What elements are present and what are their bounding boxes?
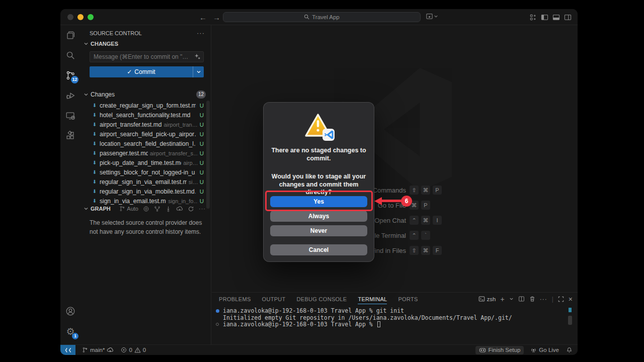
customize-layout-icon[interactable] <box>529 14 537 21</box>
back-icon[interactable]: ← <box>199 13 207 22</box>
finish-setup-icon <box>479 347 486 353</box>
finish-setup-item[interactable]: Finish Setup <box>475 346 524 354</box>
keycap: P <box>421 201 430 210</box>
search-icon <box>304 14 309 21</box>
editor-layout-dropdown[interactable] <box>426 13 438 20</box>
commit-button[interactable]: ✓ Commit <box>90 66 193 77</box>
run-debug-icon[interactable] <box>60 85 80 106</box>
fetch-icon[interactable] <box>154 206 160 212</box>
go-live-item[interactable]: Go Live <box>527 345 562 355</box>
commit-dropdown-button[interactable] <box>193 66 204 77</box>
git-status-untracked: U <box>200 189 205 195</box>
changes-tree-header[interactable]: Changes 12 <box>84 89 206 100</box>
tab-ports[interactable]: PORTS <box>398 294 418 304</box>
file-row[interactable]: ⬇location_search_field_destination_l…U <box>80 139 207 148</box>
annotation-highlight-box <box>265 191 373 211</box>
sidebar-title: SOURCE CONTROL <box>90 30 142 36</box>
new-terminal-icon[interactable]: + <box>501 295 505 303</box>
go-live-label: Go Live <box>539 347 559 353</box>
more-actions-icon[interactable]: ··· <box>197 29 205 37</box>
branch-status-item[interactable]: main* <box>78 345 117 355</box>
graph-auto-label[interactable]: Auto <box>127 206 138 212</box>
graph-section-label: GRAPH <box>91 206 111 212</box>
tab-debug-console[interactable]: DEBUG CONSOLE <box>297 294 347 304</box>
forward-icon[interactable]: → <box>213 13 220 22</box>
refresh-icon[interactable] <box>188 206 194 212</box>
source-control-sidebar: SOURCE CONTROL ··· CHANGES ✓ Commit <box>80 25 211 344</box>
command-center-search[interactable]: Travel App <box>223 12 421 22</box>
terminal-scrollbar[interactable] <box>568 316 572 325</box>
keycap: ` <box>421 231 430 240</box>
commit-message-input[interactable] <box>90 51 204 62</box>
sparkle-icon[interactable] <box>194 53 201 61</box>
git-status-untracked: U <box>200 103 205 109</box>
screen: ← → Travel App <box>0 0 644 362</box>
file-row[interactable]: ⬇pick-up_date_and_time.test.mdairp…U <box>80 158 207 167</box>
settings-gear-icon[interactable]: ⚙ 1 <box>60 321 80 341</box>
traffic-light-zoom[interactable] <box>88 14 94 20</box>
problems-status-item[interactable]: 0 0 <box>117 345 149 355</box>
sidebar-scrollbar[interactable] <box>206 101 210 209</box>
file-row[interactable]: ⬇create_regular_sign_up_form.test.mdU <box>80 101 207 110</box>
toggle-panel-icon[interactable] <box>552 14 560 21</box>
terminal-output[interactable]: iana.zavoloka@ip-192-168-0-103 Travel Ap… <box>216 308 568 328</box>
graph-more-icon[interactable]: ··· <box>199 206 206 212</box>
tab-problems[interactable]: PROBLEMS <box>219 294 251 304</box>
keycap: ⌃ <box>410 231 419 240</box>
keycap: ⇧ <box>410 246 419 255</box>
cloud-icon[interactable] <box>176 205 183 212</box>
source-control-icon[interactable]: 12 <box>60 65 80 85</box>
tab-output[interactable]: OUTPUT <box>262 294 286 304</box>
trash-icon[interactable] <box>529 296 535 302</box>
remote-explorer-icon[interactable] <box>60 106 80 126</box>
markdown-file-icon: ⬇ <box>92 122 98 127</box>
panel-more-icon[interactable]: ··· <box>540 296 547 303</box>
explorer-icon[interactable] <box>60 25 80 45</box>
traffic-light-close[interactable] <box>67 14 73 20</box>
command-success-dot <box>216 309 219 313</box>
file-row[interactable]: ⬇airport_transfer.test.mdairport_tran…U <box>80 120 207 129</box>
toggle-primary-sidebar-icon[interactable] <box>541 14 548 21</box>
target-icon[interactable] <box>143 206 149 212</box>
remote-indicator[interactable] <box>60 345 75 355</box>
close-panel-icon[interactable]: × <box>569 295 573 303</box>
file-row[interactable]: ⬇passenger.test.mdairport_transfer_s…U <box>80 148 207 158</box>
file-row[interactable]: ⬇regular_sign_in_via_mobile.test.md…U <box>80 187 207 196</box>
extensions-icon[interactable] <box>60 126 80 146</box>
commit-split-button: ✓ Commit <box>90 66 204 77</box>
vscode-logo-badge <box>323 129 335 141</box>
keycap: F <box>433 246 442 255</box>
chevron-down-icon[interactable] <box>509 297 514 301</box>
shell-session-item[interactable]: zsh <box>478 296 496 302</box>
graph-section-header[interactable]: GRAPH Auto ··· <box>84 203 206 214</box>
warning-vscode-icon <box>300 113 338 144</box>
search-sidebar-icon[interactable] <box>60 45 80 65</box>
toggle-secondary-sidebar-icon[interactable] <box>564 14 572 21</box>
terminal-overview-mark <box>569 308 572 312</box>
maximize-panel-icon[interactable] <box>558 296 564 302</box>
file-row[interactable]: ⬇airport_search_field_pick-up_airpor…U <box>80 129 207 139</box>
file-row[interactable]: ⬇hotel_search_functionality.test.mdU <box>80 110 207 120</box>
accounts-icon[interactable] <box>60 301 80 321</box>
markdown-file-icon: ⬇ <box>92 179 98 185</box>
file-row[interactable]: ⬇regular_sign_in_via_email.test.mdsi…U <box>80 177 207 187</box>
notifications-item[interactable] <box>562 345 574 355</box>
command-pending-dot <box>216 323 219 326</box>
error-count: 0 <box>129 347 132 353</box>
git-status-untracked: U <box>200 122 205 128</box>
pull-icon[interactable] <box>165 206 172 212</box>
always-button[interactable]: Always <box>270 211 367 222</box>
warning-count: 0 <box>143 347 146 353</box>
git-branch-icon <box>82 347 88 353</box>
cancel-button[interactable]: Cancel <box>270 244 367 255</box>
chevron-down-icon[interactable] <box>84 41 89 46</box>
traffic-light-minimize[interactable] <box>77 14 84 20</box>
status-bar: main* 0 0 Finish Setup Go Live <box>60 344 578 355</box>
split-terminal-icon[interactable] <box>518 296 525 302</box>
chevron-down-icon <box>84 206 89 211</box>
changes-section-label: CHANGES <box>91 41 118 47</box>
never-button[interactable]: Never <box>270 225 367 236</box>
tab-terminal[interactable]: TERMINAL <box>358 294 387 304</box>
file-row[interactable]: ⬇settings_block_for_not_logged-in_u…U <box>80 167 207 177</box>
commit-button-label: Commit <box>134 68 155 75</box>
